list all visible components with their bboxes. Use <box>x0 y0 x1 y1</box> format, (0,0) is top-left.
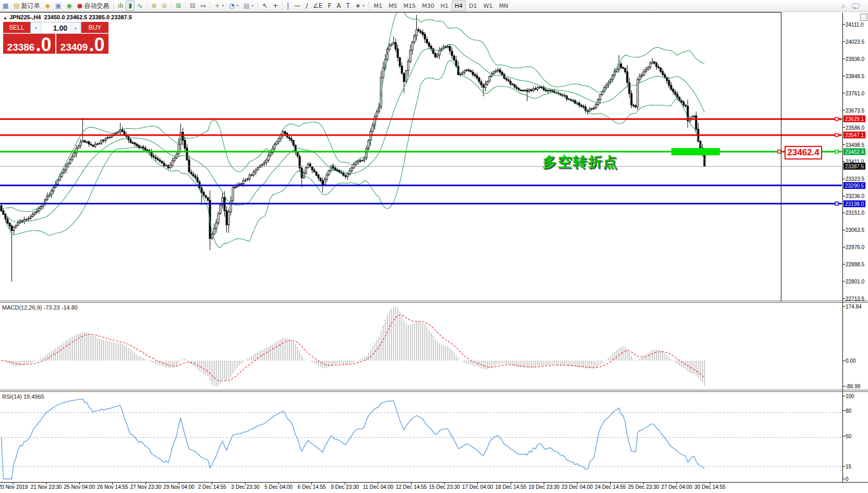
price-axis-tick: 23673.5 <box>846 107 864 113</box>
text-label-button[interactable]: T <box>344 1 353 11</box>
cursor-button[interactable]: ↖ <box>260 1 270 11</box>
price-axis-tick: 23236.0 <box>846 193 864 199</box>
chart-canvas <box>0 0 868 493</box>
volume-decrease-button[interactable]: ▼ <box>31 22 41 33</box>
templates-icon: ▤ <box>244 3 249 9</box>
price-axis-tick: 23848.5 <box>846 73 864 79</box>
chevron-down-icon[interactable]: ▾ <box>363 4 365 8</box>
buy-price-panel[interactable]: 23409 .0 <box>56 34 108 54</box>
chevron-down-icon[interactable]: ▾ <box>237 4 239 8</box>
volume-input[interactable]: 1.00 <box>41 22 70 33</box>
arrows-button[interactable]: ∗▾ <box>353 1 367 11</box>
crosshair-button[interactable]: + <box>270 1 281 11</box>
chevron-down-icon[interactable]: ▾ <box>251 4 254 8</box>
bid-line-badge: 23387.5 <box>843 163 865 170</box>
collapse-triangle-icon[interactable]: ▲ <box>3 16 7 20</box>
search-icon[interactable]: ⌕ <box>841 2 846 10</box>
buy-button[interactable]: BUY <box>81 22 108 34</box>
time-axis-label: 21 Nov 23:30 <box>31 484 62 490</box>
tile-windows-icon: ⊞ <box>176 3 181 9</box>
bar-chart-button[interactable]: ıIı <box>115 1 126 11</box>
price-pane <box>0 10 842 282</box>
text-label-icon: T <box>346 3 350 9</box>
time-axis-label: 17 Dec 04:00 <box>462 484 493 490</box>
time-axis-label: 30 Dec 14:55 <box>694 484 726 490</box>
symbol-period-label: JPN225-,H4 <box>9 14 41 20</box>
sell-button[interactable]: SELL <box>3 22 30 34</box>
volume-increase-button[interactable]: ▲ <box>70 22 81 33</box>
rsi-indicator-label: RSI(14) 19.4965 <box>2 393 44 400</box>
time-axis-label: 25 Dec 23:30 <box>628 484 659 490</box>
price-axis-tick: 23063.5 <box>846 227 864 233</box>
navigator-button[interactable]: ◉ <box>64 1 74 11</box>
zoom-out-button[interactable]: ⊖ <box>159 1 170 11</box>
line-chart-icon: ∿ <box>137 3 142 9</box>
timeframe-h4-button[interactable]: H4 <box>452 1 466 11</box>
horizontal-line-button[interactable]: — <box>292 1 303 11</box>
bar-chart-icon: ıIı <box>118 3 123 9</box>
timeframe-w1-button[interactable]: W1 <box>480 1 496 11</box>
templates-button[interactable]: ▤▾ <box>241 1 256 11</box>
price-callout-label[interactable]: 23462.4 <box>785 146 822 159</box>
time-axis-label: 20 Nov 2019 <box>0 484 28 490</box>
arrows-icon: ∗ <box>355 3 360 9</box>
toolbar-separator <box>147 2 147 10</box>
periods-icon: ◔ <box>229 3 234 9</box>
price-axis-tick: 23761.0 <box>846 90 864 96</box>
rsi-axis-tick: 0 <box>846 476 849 482</box>
timeframe-mn-button[interactable]: MN <box>496 1 511 11</box>
line-chart-button[interactable]: ∿ <box>135 1 145 11</box>
zoom-in-icon: ⊕ <box>151 3 156 9</box>
price-axis-tick: 23323.5 <box>846 176 864 182</box>
text-icon: A <box>336 3 341 9</box>
rsi-axis-tick: 80 <box>846 408 851 414</box>
chart-shift-button[interactable]: ↦ <box>198 1 208 11</box>
new-order-button[interactable]: ▤新订单 <box>11 1 42 11</box>
pivot-green-badge: 23462.4 <box>843 149 865 155</box>
timeframe-m15-button[interactable]: M15 <box>400 1 419 11</box>
price-axis-tick: 23586.0 <box>846 125 864 130</box>
sell-price-panel[interactable]: 23386 .0 <box>3 34 55 54</box>
vertical-line-button[interactable]: | <box>284 1 292 11</box>
auto-arrange-button[interactable]: ⊟ <box>187 1 198 11</box>
chevron-down-icon[interactable]: ▾ <box>222 4 224 8</box>
buy-price-pips: .0 <box>89 38 104 52</box>
new-chart-button[interactable]: ▦ <box>0 1 11 11</box>
timeframe-m30-button[interactable]: M30 <box>419 1 438 11</box>
navigator-icon: ◉ <box>66 3 71 9</box>
candlestick-chart-button[interactable]: ▮ <box>126 1 135 11</box>
zoom-in-button[interactable]: ⊕ <box>149 1 159 11</box>
resistance-lower-badge: 23547.1 <box>843 132 865 139</box>
autotrading-button[interactable]: ●自动交易 <box>75 1 112 11</box>
time-axis-label: 23 Dec 04:00 <box>562 484 593 490</box>
rsi-axis-tick: 15 <box>846 464 851 470</box>
timeframe-m5-button[interactable]: M5 <box>385 1 401 11</box>
macd-axis-tick: -86.99 <box>846 384 860 389</box>
new-order-icon: ▤ <box>14 3 19 9</box>
timeframe-h1-button[interactable]: H1 <box>437 1 451 11</box>
chart-corner-button[interactable] <box>860 14 867 21</box>
timeframe-d1-button[interactable]: D1 <box>466 1 480 11</box>
trendline-button[interactable]: / <box>303 1 310 11</box>
indicators-button[interactable]: +▾ <box>212 1 226 11</box>
chat-icon[interactable] <box>852 3 860 9</box>
macd-axis-tick: 174.84 <box>846 304 862 310</box>
market-watch-button[interactable]: ◆ <box>43 1 53 11</box>
text-button[interactable]: A <box>334 1 343 11</box>
toolbar-separator <box>282 2 283 10</box>
data-window-button[interactable]: ▣ <box>53 1 64 11</box>
rsi-line <box>2 399 705 479</box>
resistance-upper-badge: 23629.1 <box>843 116 865 122</box>
rsi-axis-tick: 50 <box>846 434 851 439</box>
equidistant-channel-button[interactable]: ∠E <box>310 1 325 11</box>
time-axis-label: 3 Dec 23:30 <box>231 484 259 490</box>
sell-price-pips: .0 <box>35 38 51 52</box>
macd-pane <box>2 306 705 386</box>
timeframe-m1-button[interactable]: M1 <box>370 1 385 11</box>
vertical-line-icon: | <box>287 3 289 9</box>
periods-button[interactable]: ◔▾ <box>226 1 241 11</box>
tile-windows-button[interactable]: ⊞ <box>173 1 184 11</box>
fibonacci-button[interactable]: F <box>325 1 334 11</box>
time-axis-label: 15 Dec 23:30 <box>429 484 460 490</box>
zoom-out-icon: ⊖ <box>162 3 167 9</box>
